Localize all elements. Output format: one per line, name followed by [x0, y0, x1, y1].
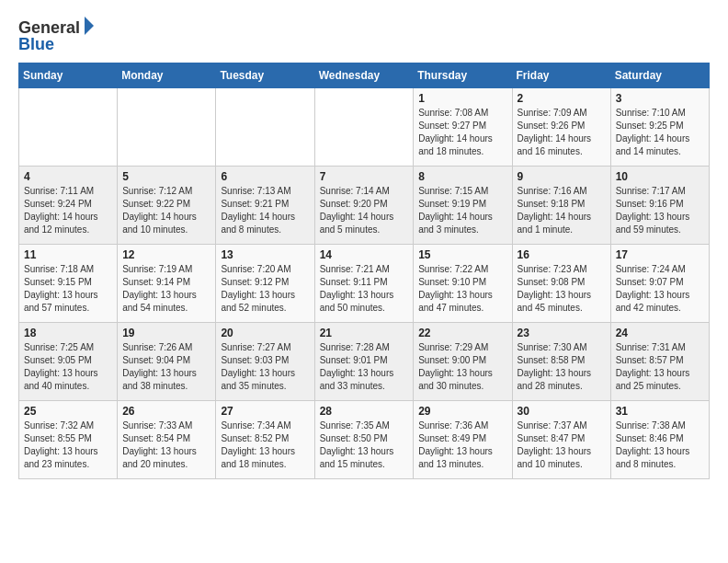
day-cell: 30Sunrise: 7:37 AM Sunset: 8:47 PM Dayli… [512, 401, 610, 479]
weekday-header-monday: Monday [118, 63, 216, 88]
day-cell: 12Sunrise: 7:19 AM Sunset: 9:14 PM Dayli… [118, 245, 216, 323]
day-number: 3 [616, 92, 704, 105]
day-number: 8 [418, 170, 506, 183]
day-cell: 1Sunrise: 7:08 AM Sunset: 9:27 PM Daylig… [414, 88, 512, 167]
svg-marker-1 [85, 17, 94, 35]
day-number: 27 [221, 405, 309, 418]
day-info: Sunrise: 7:10 AM Sunset: 9:25 PM Dayligh… [616, 107, 704, 158]
week-row-3: 11Sunrise: 7:18 AM Sunset: 9:15 PM Dayli… [19, 245, 710, 323]
day-cell: 31Sunrise: 7:38 AM Sunset: 8:46 PM Dayli… [610, 401, 709, 479]
week-row-1: 1Sunrise: 7:08 AM Sunset: 9:27 PM Daylig… [19, 88, 710, 167]
day-number: 21 [320, 327, 409, 339]
day-cell: 18Sunrise: 7:25 AM Sunset: 9:05 PM Dayli… [19, 323, 118, 401]
day-cell: 3Sunrise: 7:10 AM Sunset: 9:25 PM Daylig… [610, 88, 709, 167]
day-info: Sunrise: 7:25 AM Sunset: 9:05 PM Dayligh… [24, 341, 112, 393]
day-cell: 2Sunrise: 7:09 AM Sunset: 9:26 PM Daylig… [512, 88, 610, 167]
day-cell: 24Sunrise: 7:31 AM Sunset: 8:57 PM Dayli… [610, 323, 709, 401]
day-info: Sunrise: 7:24 AM Sunset: 9:07 PM Dayligh… [616, 263, 704, 315]
day-number: 19 [122, 327, 210, 339]
day-info: Sunrise: 7:32 AM Sunset: 8:55 PM Dayligh… [24, 419, 112, 471]
day-cell: 4Sunrise: 7:11 AM Sunset: 9:24 PM Daylig… [19, 167, 118, 245]
day-cell: 29Sunrise: 7:36 AM Sunset: 8:49 PM Dayli… [414, 401, 512, 479]
header: GeneralBlue [18, 15, 710, 55]
day-info: Sunrise: 7:11 AM Sunset: 9:24 PM Dayligh… [24, 185, 112, 236]
day-cell: 8Sunrise: 7:15 AM Sunset: 9:19 PM Daylig… [414, 167, 512, 245]
day-cell: 15Sunrise: 7:22 AM Sunset: 9:10 PM Dayli… [414, 245, 512, 323]
day-cell: 9Sunrise: 7:16 AM Sunset: 9:18 PM Daylig… [512, 167, 610, 245]
day-info: Sunrise: 7:35 AM Sunset: 8:50 PM Dayligh… [320, 419, 409, 471]
calendar: SundayMondayTuesdayWednesdayThursdayFrid… [18, 63, 710, 479]
day-info: Sunrise: 7:27 AM Sunset: 9:03 PM Dayligh… [221, 341, 309, 393]
weekday-header-thursday: Thursday [414, 63, 512, 88]
day-info: Sunrise: 7:33 AM Sunset: 8:54 PM Dayligh… [122, 419, 210, 471]
day-number: 4 [24, 170, 112, 183]
day-number: 31 [616, 405, 704, 418]
day-number: 15 [418, 248, 506, 261]
day-number: 13 [221, 248, 309, 261]
day-info: Sunrise: 7:30 AM Sunset: 8:58 PM Dayligh… [518, 341, 606, 393]
day-cell: 16Sunrise: 7:23 AM Sunset: 9:08 PM Dayli… [512, 245, 610, 323]
day-cell: 14Sunrise: 7:21 AM Sunset: 9:11 PM Dayli… [314, 245, 414, 323]
day-number: 20 [221, 327, 309, 339]
day-number: 23 [518, 327, 606, 339]
day-number: 29 [418, 405, 506, 418]
day-number: 18 [24, 327, 112, 339]
weekday-header-tuesday: Tuesday [216, 63, 314, 88]
day-cell: 23Sunrise: 7:30 AM Sunset: 8:58 PM Dayli… [512, 323, 610, 401]
day-info: Sunrise: 7:13 AM Sunset: 9:21 PM Dayligh… [221, 185, 309, 236]
day-info: Sunrise: 7:34 AM Sunset: 8:52 PM Dayligh… [221, 419, 309, 471]
day-cell: 21Sunrise: 7:28 AM Sunset: 9:01 PM Dayli… [314, 323, 414, 401]
day-cell: 25Sunrise: 7:32 AM Sunset: 8:55 PM Dayli… [19, 401, 118, 479]
day-info: Sunrise: 7:08 AM Sunset: 9:27 PM Dayligh… [418, 107, 506, 158]
week-row-5: 25Sunrise: 7:32 AM Sunset: 8:55 PM Dayli… [19, 401, 710, 479]
day-number: 30 [518, 405, 606, 418]
day-info: Sunrise: 7:12 AM Sunset: 9:22 PM Dayligh… [122, 185, 210, 236]
day-info: Sunrise: 7:28 AM Sunset: 9:01 PM Dayligh… [320, 341, 409, 393]
weekday-header-sunday: Sunday [19, 63, 118, 88]
day-cell [19, 88, 118, 167]
day-number: 5 [122, 170, 210, 183]
day-cell: 7Sunrise: 7:14 AM Sunset: 9:20 PM Daylig… [314, 167, 414, 245]
logo: GeneralBlue [18, 15, 110, 55]
day-number: 10 [616, 170, 704, 183]
day-number: 25 [24, 405, 112, 418]
day-number: 12 [122, 248, 210, 261]
day-info: Sunrise: 7:38 AM Sunset: 8:46 PM Dayligh… [616, 419, 704, 471]
day-info: Sunrise: 7:29 AM Sunset: 9:00 PM Dayligh… [418, 341, 506, 393]
weekday-header-saturday: Saturday [610, 63, 709, 88]
day-cell: 22Sunrise: 7:29 AM Sunset: 9:00 PM Dayli… [414, 323, 512, 401]
week-row-2: 4Sunrise: 7:11 AM Sunset: 9:24 PM Daylig… [19, 167, 710, 245]
day-number: 24 [616, 327, 704, 339]
week-row-4: 18Sunrise: 7:25 AM Sunset: 9:05 PM Dayli… [19, 323, 710, 401]
day-info: Sunrise: 7:26 AM Sunset: 9:04 PM Dayligh… [122, 341, 210, 393]
day-number: 9 [518, 170, 606, 183]
day-cell: 11Sunrise: 7:18 AM Sunset: 9:15 PM Dayli… [19, 245, 118, 323]
day-info: Sunrise: 7:09 AM Sunset: 9:26 PM Dayligh… [518, 107, 606, 158]
day-cell: 19Sunrise: 7:26 AM Sunset: 9:04 PM Dayli… [118, 323, 216, 401]
day-info: Sunrise: 7:21 AM Sunset: 9:11 PM Dayligh… [320, 263, 409, 315]
day-cell [314, 88, 414, 167]
day-cell: 5Sunrise: 7:12 AM Sunset: 9:22 PM Daylig… [118, 167, 216, 245]
day-info: Sunrise: 7:19 AM Sunset: 9:14 PM Dayligh… [122, 263, 210, 315]
svg-text:General: General [18, 18, 80, 37]
day-info: Sunrise: 7:15 AM Sunset: 9:19 PM Dayligh… [418, 185, 506, 236]
day-info: Sunrise: 7:22 AM Sunset: 9:10 PM Dayligh… [418, 263, 506, 315]
day-info: Sunrise: 7:18 AM Sunset: 9:15 PM Dayligh… [24, 263, 112, 315]
day-number: 17 [616, 248, 704, 261]
day-info: Sunrise: 7:16 AM Sunset: 9:18 PM Dayligh… [518, 185, 606, 236]
day-cell: 10Sunrise: 7:17 AM Sunset: 9:16 PM Dayli… [610, 167, 709, 245]
day-cell: 6Sunrise: 7:13 AM Sunset: 9:21 PM Daylig… [216, 167, 314, 245]
logo: GeneralBlue [18, 15, 110, 55]
svg-text:Blue: Blue [18, 35, 54, 53]
day-number: 22 [418, 327, 506, 339]
day-cell: 26Sunrise: 7:33 AM Sunset: 8:54 PM Dayli… [118, 401, 216, 479]
day-info: Sunrise: 7:20 AM Sunset: 9:12 PM Dayligh… [221, 263, 309, 315]
day-info: Sunrise: 7:36 AM Sunset: 8:49 PM Dayligh… [418, 419, 506, 471]
day-number: 7 [320, 170, 409, 183]
day-number: 1 [418, 92, 506, 105]
day-cell: 27Sunrise: 7:34 AM Sunset: 8:52 PM Dayli… [216, 401, 314, 479]
day-number: 6 [221, 170, 309, 183]
day-cell: 13Sunrise: 7:20 AM Sunset: 9:12 PM Dayli… [216, 245, 314, 323]
day-number: 11 [24, 248, 112, 261]
day-cell [216, 88, 314, 167]
